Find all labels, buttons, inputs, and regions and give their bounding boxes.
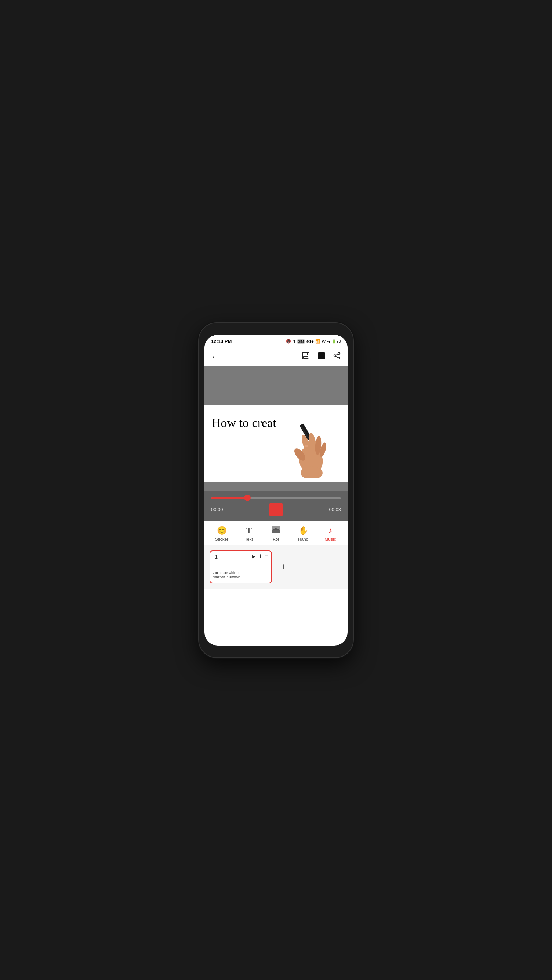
phone-screen: 12:13 PM 📵 ⬆ SIM 4G+ 📶 WiFi 🔋70 ← <box>205 335 347 646</box>
timeline-thumb[interactable] <box>244 495 251 501</box>
stop-record-button[interactable] <box>317 352 325 362</box>
notification-icon: 📵 <box>286 339 291 344</box>
tool-music[interactable]: ♪ Music <box>317 526 344 542</box>
upload-icon: ⬆ <box>292 339 296 344</box>
clip-timeline-area: 1 ▶ ⏸ 🗑 v to create whitebo nimation in … <box>205 545 347 589</box>
status-time: 12:13 PM <box>211 339 232 344</box>
battery-icon: 🔋70 <box>332 339 341 344</box>
clip-play-icon[interactable]: ▶ <box>252 553 256 559</box>
clip-controls: ▶ ⏸ 🗑 <box>252 553 269 559</box>
stop-playback-button[interactable] <box>270 503 282 516</box>
tool-sticker[interactable]: 😊 Sticker <box>208 526 235 542</box>
timeline-progress <box>211 497 247 500</box>
text-label: Text <box>245 537 253 542</box>
save-button[interactable] <box>301 352 310 363</box>
tool-hand[interactable]: ✋ Hand <box>290 526 317 542</box>
music-icon: ♪ <box>328 526 333 535</box>
signal-icon: 📶 <box>315 339 320 344</box>
bottom-toolbar: 😊 Sticker T Text BG ✋ Hand <box>205 521 347 545</box>
svg-point-5 <box>334 355 336 357</box>
timeline-area: 00:00 00:03 <box>205 491 347 521</box>
share-button[interactable] <box>333 352 341 362</box>
svg-point-4 <box>338 353 340 355</box>
video-bottom-gray <box>205 482 347 491</box>
clip-item-1[interactable]: 1 ▶ ⏸ 🗑 v to create whitebo nimation in … <box>209 550 272 584</box>
status-bar: 12:13 PM 📵 ⬆ SIM 4G+ 📶 WiFi 🔋70 <box>205 335 347 348</box>
tool-bg[interactable]: BG <box>262 525 290 542</box>
status-icons: 📵 ⬆ SIM 4G+ 📶 WiFi 🔋70 <box>286 339 341 344</box>
clip-preview-line1: v to create whitebo <box>213 571 269 575</box>
writing-text: How to creat <box>212 416 276 430</box>
toolbar-right <box>301 352 341 363</box>
video-top-gray <box>205 366 347 405</box>
back-button[interactable]: ← <box>211 352 219 362</box>
clip-text-preview: v to create whitebo nimation in android <box>213 571 269 579</box>
toolbar-left: ← <box>211 352 219 362</box>
svg-rect-1 <box>304 353 308 355</box>
text-tool-icon: T <box>246 525 252 535</box>
sim-icon: SIM <box>297 339 305 344</box>
clip-pause-icon[interactable]: ⏸ <box>257 553 262 559</box>
top-toolbar: ← <box>205 348 347 366</box>
svg-line-8 <box>336 354 338 355</box>
svg-rect-3 <box>318 353 325 359</box>
bg-icon <box>271 525 281 536</box>
timeline-timestamps: 00:00 00:03 <box>211 503 341 516</box>
svg-point-6 <box>338 357 340 360</box>
tool-text[interactable]: T Text <box>235 525 262 542</box>
timeline-bar[interactable] <box>211 497 341 500</box>
video-canvas: How to creat <box>205 405 347 482</box>
hand-pen-illustration <box>289 420 336 479</box>
svg-rect-21 <box>272 530 280 533</box>
network-label: 4G+ <box>306 339 314 344</box>
video-container: How to creat <box>205 366 347 491</box>
phone-frame: 12:13 PM 📵 ⬆ SIM 4G+ 📶 WiFi 🔋70 ← <box>199 323 353 657</box>
wifi-icon: WiFi <box>322 339 330 344</box>
svg-line-7 <box>336 356 338 358</box>
clip-delete-icon[interactable]: 🗑 <box>264 553 269 559</box>
time-current: 00:00 <box>211 507 223 512</box>
hand-icon: ✋ <box>298 526 308 535</box>
add-clip-button[interactable]: + <box>276 559 292 575</box>
bg-label: BG <box>273 537 279 542</box>
hand-label: Hand <box>298 537 309 542</box>
time-total: 00:03 <box>329 507 341 512</box>
music-label: Music <box>324 537 336 542</box>
clip-number: 1 <box>213 553 220 561</box>
svg-rect-2 <box>303 356 308 359</box>
sticker-label: Sticker <box>215 537 228 542</box>
sticker-icon: 😊 <box>217 526 227 535</box>
clip-preview-line2: nimation in android <box>213 575 269 580</box>
